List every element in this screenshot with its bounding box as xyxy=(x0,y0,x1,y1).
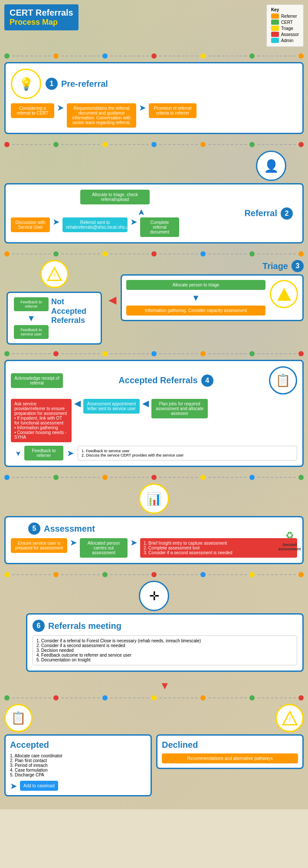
assessment-title: 5 Assessment xyxy=(28,523,95,535)
arrow-left-2: ◀ xyxy=(142,399,149,408)
section-number-6: 6 xyxy=(33,620,45,632)
dots-separator-5 xyxy=(4,475,304,480)
arrow-4: ➤ xyxy=(130,217,138,226)
assessment-label: Assessment xyxy=(44,524,95,534)
accepted-steps: 1. Allocate care coordinator 2. Plan fir… xyxy=(10,753,146,777)
dots-separator-2 xyxy=(4,142,304,147)
title-line2: Process Map xyxy=(10,18,73,27)
arrow-1: ➤ xyxy=(57,103,64,112)
plan-jobs-box: Plan jobs for required assessment and al… xyxy=(151,399,208,418)
section-number-3: 3 xyxy=(292,260,304,272)
dots-separator-4 xyxy=(4,351,304,356)
admin-color xyxy=(271,38,279,43)
accepted-box: Accepted 1. Allocate care coordinator 2.… xyxy=(4,734,152,796)
referrer-color xyxy=(271,13,279,19)
feedback-detail-box: 1. Feedback to service user 2. Discuss t… xyxy=(78,446,297,460)
admin-label: Admin xyxy=(281,38,293,43)
assessment-icon-wrapper: 📊 xyxy=(4,483,304,514)
second-assessment-wrapper: ♻ Second assessment xyxy=(273,529,306,551)
add-caseload-box: Add to caseload xyxy=(20,781,58,791)
arrow-2: ➤ xyxy=(139,103,146,112)
declined-box: Declined Recommendations and alternative… xyxy=(156,734,304,769)
red-down-arrow: ▼ xyxy=(160,680,170,691)
cert-color xyxy=(271,20,279,25)
referrals-meeting-label: Referrals meeting xyxy=(48,621,121,631)
assessment-letter-box: Assessment appointment letter sent to se… xyxy=(83,399,140,414)
bottom-section: 📋 Accepted 1. Allocate care coordinator … xyxy=(4,704,304,796)
title-box: CERT Referrals Process Map xyxy=(4,4,79,30)
assessment-icon: 📊 xyxy=(139,483,169,514)
arrow-5: ➤ xyxy=(67,449,74,457)
red-down-arrow-wrapper: ▼ xyxy=(26,680,304,692)
accepted-referrals-label: Accepted Referrals xyxy=(118,375,197,385)
cert-label: CERT xyxy=(281,20,293,25)
triage-right: Triage 3 Allocate person to triage ▼ Inf… xyxy=(121,260,304,321)
arrow-8: ➤ xyxy=(10,782,17,790)
header: CERT Referrals Process Map Key Referrer … xyxy=(4,4,304,47)
triage-section-label: Triage xyxy=(262,261,288,271)
meeting-icon-wrapper: ✛ xyxy=(4,581,304,611)
feedback-box: Feedback to referrer xyxy=(24,446,63,460)
section-number-5: 5 xyxy=(28,523,40,535)
meeting-icon: ✛ xyxy=(139,581,169,611)
arrow-up-blue: ➤ xyxy=(136,209,145,216)
triage-title: Triage 3 xyxy=(262,260,304,272)
referrals-meeting-steps: 1. Consider if a referral to Forest Clos… xyxy=(33,635,297,665)
dots-separator-7 xyxy=(4,695,304,700)
accepted-title: Accepted xyxy=(10,740,146,750)
referrals-meeting-section: 6 Referrals meeting 1. Consider if a ref… xyxy=(26,613,304,672)
allocated-box: Allocated person carries out assessment xyxy=(80,538,128,558)
triage-triangle-icon xyxy=(270,280,298,308)
ensure-box: Ensure service user is prepared for asse… xyxy=(11,538,67,553)
assessor-label: Assessor xyxy=(281,32,299,37)
red-left-arrow: ◀ xyxy=(108,295,116,305)
key-box: Key Referrer CERT Triage Assessor Admin xyxy=(266,4,304,47)
accepted-wrapper: 📋 Accepted 1. Allocate care coordinator … xyxy=(4,704,152,796)
referral-icon-wrapper: 👤 xyxy=(4,151,304,181)
accepted-icon: 📋 xyxy=(269,366,297,395)
pre-referral-label: Pre-referral xyxy=(61,79,108,89)
arrow-down-2: ▼ xyxy=(126,293,265,302)
arrow-7: ➤ xyxy=(130,538,138,547)
recycle-icon: ♻ xyxy=(285,529,294,541)
referral-person-icon: 👤 xyxy=(256,151,286,181)
referrer-label: Referrer xyxy=(281,14,297,19)
referral-title: Referral 2 xyxy=(244,207,293,220)
referral-section: Allocate to triage, check referral/uploa… xyxy=(4,183,304,243)
accepted-referrals-section: Acknowledge receipt of referral Accepted… xyxy=(4,360,304,467)
pre-referral-icon: 💡 xyxy=(11,69,41,99)
triage-label: Triage xyxy=(281,26,293,31)
red-arrow-wrapper: ◀ xyxy=(108,295,116,305)
ask-box: Ask service provider/referrer to ensure … xyxy=(11,399,72,442)
triage-wrapper: ! Feedback to referrer ▼ Feedback to ser… xyxy=(4,260,304,345)
dots-separator-1 xyxy=(4,53,304,59)
arrow-3: ➤ xyxy=(52,217,60,226)
declined-title: Declined xyxy=(162,740,298,750)
title-line1: CERT Referrals xyxy=(10,8,73,18)
referral-label: Referral xyxy=(244,208,277,218)
arrow-down-ask: ➤ xyxy=(15,450,22,456)
section-number-2: 2 xyxy=(281,207,293,220)
referral-step1: Discussion with Service User xyxy=(11,217,50,232)
feedback-user-box: Feedback to service user xyxy=(14,325,49,339)
arrow-left-1: ◀ xyxy=(74,399,81,408)
referral-step2: Referral sent to rehabreferrals@shsc.loc… xyxy=(62,217,128,232)
accepted-icon-wrapper: 📋 xyxy=(4,704,152,732)
not-accepted-box: Feedback to referrer ▼ Feedback to servi… xyxy=(7,292,102,345)
triage-color xyxy=(271,26,279,31)
declined-wrapper: ! Declined Recommendations and alternati… xyxy=(156,704,304,769)
pre-referral-step3: Provision of referral criteria to referr… xyxy=(149,103,197,118)
referral-allocate: Allocate to triage, check referral/uploa… xyxy=(80,190,150,204)
svg-marker-2 xyxy=(277,288,291,301)
feedback-referrer-box: Feedback to referrer xyxy=(14,297,49,311)
assessment-section: 5 Assessment Ensure service user is prep… xyxy=(4,516,304,564)
key-item-referrer: Referrer xyxy=(271,13,299,19)
pre-referral-section: 💡 1 Pre-referral Considering a referral … xyxy=(4,62,304,134)
acknowledge-box: Acknowledge receipt of referral xyxy=(11,373,63,388)
key-item-admin: Admin xyxy=(271,38,299,43)
dots-separator-3 xyxy=(4,251,304,256)
recommendations-box: Recommendations and alternative pathways xyxy=(162,753,298,763)
accepted-clipboard-icon: 📋 xyxy=(4,704,33,732)
key-item-assessor: Assessor xyxy=(271,32,299,37)
section-number-1: 1 xyxy=(46,78,58,90)
